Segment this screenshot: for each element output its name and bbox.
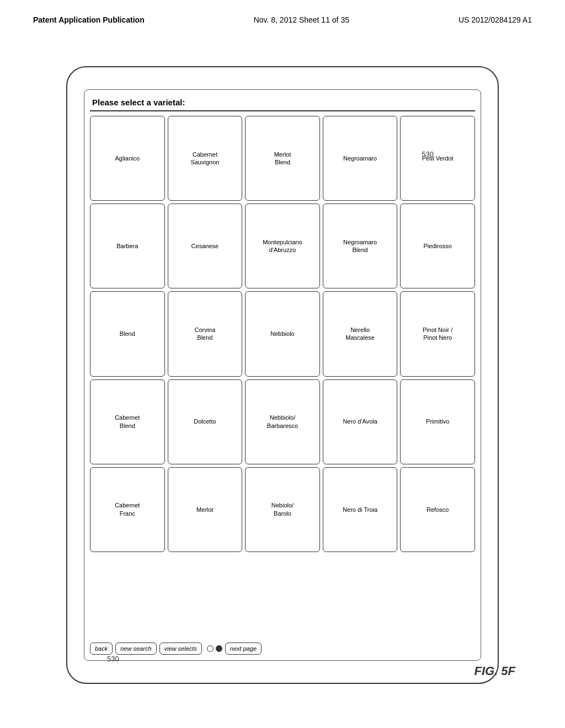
view-selects-button[interactable]: view selects xyxy=(159,643,202,655)
header-publication: Patent Application Publication xyxy=(33,15,145,24)
varietal-nerello-mascalese[interactable]: NerelloMascalese xyxy=(323,291,398,376)
header-patent-number: US 2012/0284129 A1 xyxy=(459,15,532,24)
varietal-pinot-noir[interactable]: Pinot Noir /Pinot Nero xyxy=(400,291,475,376)
new-search-button[interactable]: new search xyxy=(115,643,156,655)
next-page-button[interactable]: next page xyxy=(225,643,262,655)
callout-530-bottom: 530 xyxy=(107,655,119,663)
varietal-barbera[interactable]: Barbera xyxy=(90,204,165,288)
varietal-dolcetto[interactable]: Dolcetto xyxy=(168,379,243,464)
bottom-controls: back new search view selects next page xyxy=(90,643,475,655)
back-button[interactable]: back xyxy=(90,643,113,655)
callout-530-top: 530 xyxy=(422,150,434,158)
varietal-merlot-blend[interactable]: MerlotBlend xyxy=(245,116,320,201)
varietal-refosco[interactable]: Refosco xyxy=(400,467,475,552)
radio-group xyxy=(207,645,222,652)
radio-button-2[interactable] xyxy=(216,645,222,652)
varietal-corvina-blend[interactable]: CorvinaBlend xyxy=(168,291,243,376)
varietal-nero-di-troia[interactable]: Nero di Troia xyxy=(323,467,398,552)
varietal-nebiolo-barolo[interactable]: Nebiolo/Barolo xyxy=(245,467,320,552)
varietal-nebbiolo[interactable]: Nebbiolo xyxy=(245,291,320,376)
varietal-petit-verdot[interactable]: Petit Verdot xyxy=(400,116,475,201)
varietal-merlot[interactable]: Merlot xyxy=(168,467,243,552)
varietal-aglianico[interactable]: Aglianico xyxy=(90,116,165,201)
varietal-cabernet-franc[interactable]: CabernetFranc xyxy=(90,467,165,552)
radio-button-1[interactable] xyxy=(207,645,214,652)
varietal-cesanese[interactable]: Cesanese xyxy=(168,204,243,288)
header-date-sheet: Nov. 8, 2012 Sheet 11 of 35 xyxy=(254,15,349,24)
varietal-nero-davola[interactable]: Nero d'Avola xyxy=(323,379,398,464)
varietal-nebbiolo-barbaresco[interactable]: Nebbiolo/Barbaresco xyxy=(245,379,320,464)
varietal-piedirosso[interactable]: Piedirosso xyxy=(400,204,475,288)
varietal-cabernet-sauvignon[interactable]: CabernetSauvignon xyxy=(168,116,243,201)
varietal-montepulciano[interactable]: Montepulcianod'Abruzzo xyxy=(245,204,320,288)
varietal-cabernet-blend[interactable]: CabernetBlend xyxy=(90,379,165,464)
varietal-negroamaro-blend[interactable]: NegroamaroBlend xyxy=(323,204,398,288)
device-outline: Please select a varietal: Aglianico Cabe… xyxy=(66,66,499,684)
varietal-blend[interactable]: Blend xyxy=(90,291,165,376)
figure-label: FIG. 5F xyxy=(474,664,515,678)
device-screen: Please select a varietal: Aglianico Cabe… xyxy=(84,89,481,661)
varietal-negroamaro[interactable]: Negroamaro xyxy=(323,116,398,201)
page-header: Patent Application Publication Nov. 8, 2… xyxy=(0,15,565,24)
screen-title: Please select a varietal: xyxy=(90,98,475,111)
varietal-primitivo[interactable]: Primitivo xyxy=(400,379,475,464)
varietal-grid: Aglianico CabernetSauvignon MerlotBlend … xyxy=(90,116,475,640)
